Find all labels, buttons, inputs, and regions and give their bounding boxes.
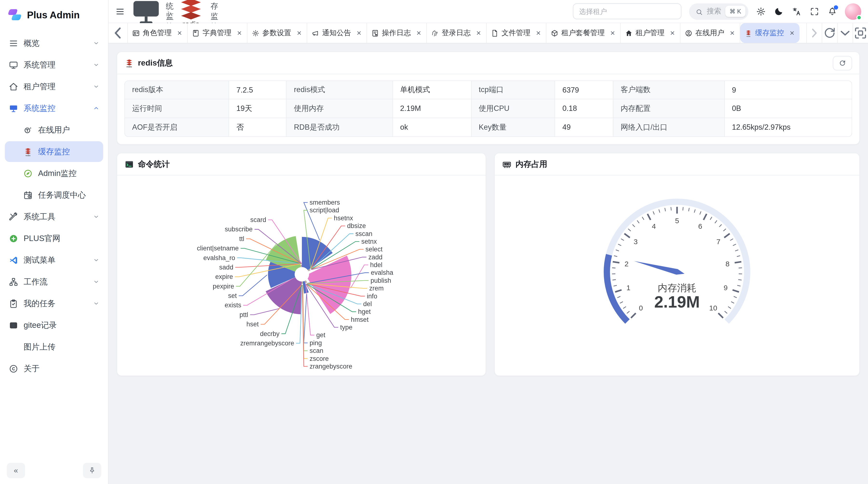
tab-fullscreen-button[interactable] [852,23,868,43]
redis-icon: redis [124,58,134,68]
tab-more-button[interactable] [837,23,852,43]
pie-label-sscan: sscan [355,230,373,237]
info-value: 12.65kps/2.97kps [725,118,852,137]
info-value: 6379 [555,80,613,99]
table-row: AOF是否开启否RDB是否成功okKey数量49网络入口/出口12.65kps/… [124,118,852,137]
sidebar-item-系统监控[interactable]: 系统监控 [5,98,103,119]
chevron-left-icon [108,24,127,42]
gauge-tick-label: 9 [723,284,728,292]
tab-scroll-right-button[interactable] [806,23,822,43]
translate-button[interactable] [792,6,802,16]
hamburger-icon [115,6,125,16]
sitemap-icon [9,277,18,287]
tab-缓存监控[interactable]: redis缓存监控 [740,23,800,43]
pie-label-decrby: decrby [260,330,280,337]
sidebar-item-label: 系统管理 [24,60,56,70]
settings-button[interactable] [756,6,766,16]
tenant-select-input[interactable] [572,3,681,19]
svg-text:redis: redis [26,154,31,156]
pie-label-hget: hget [358,308,371,315]
tab-close-icon[interactable] [356,30,362,36]
info-label: 网络入口/出口 [613,118,725,137]
tab-close-icon[interactable] [789,30,795,36]
chevron-down-icon [93,84,99,90]
pie-label-scan: scan [310,347,323,354]
fullscreen-button[interactable] [810,6,819,16]
tab-角色管理[interactable]: 角色管理 [128,23,188,43]
avatar[interactable] [845,3,861,20]
tab-close-icon[interactable] [177,30,183,36]
pie-label-line [239,275,267,296]
sidebar-item-label: 测试菜单 [24,255,56,265]
pie-label-scard: scard [250,216,266,223]
sidebar-item-gitee记录[interactable]: ¥gitee记录 [5,315,103,335]
fingerprint-icon [431,29,439,37]
gauge-title: 内存消耗 [658,283,696,293]
tools-icon [9,212,18,222]
info-value: 0B [725,99,852,118]
tab-close-icon[interactable] [669,30,676,36]
info-value: 19天 [229,99,287,118]
sidebar-item-关于[interactable]: 关于 [5,358,103,379]
tab-租户管理[interactable]: 租户管理 [621,23,680,43]
tab-close-icon[interactable] [236,30,243,36]
pie-label-pexpire: pexpire [213,283,234,290]
sidebar-item-系统管理[interactable]: 系统管理 [5,55,103,75]
redis-refresh-button[interactable] [833,56,852,70]
tab-字典管理[interactable]: 字典管理 [188,23,247,43]
sidebar-item-label: 我的任务 [24,298,56,309]
tab-操作日志[interactable]: 操作日志 [367,23,427,43]
info-label: 客户端数 [613,80,725,99]
gauge-tick-label: 8 [725,260,730,268]
tab-close-icon[interactable] [535,30,541,36]
app-logo[interactable]: Plus Admin [0,0,108,30]
sidebar-item-任务调度中心[interactable]: 任务调度中心 [5,185,103,205]
tab-close-icon[interactable] [610,30,616,36]
hamburger-menu-icon[interactable] [115,6,125,16]
sidebar-pin-button[interactable] [83,463,101,478]
search-button[interactable]: 搜索 ⌘ K [689,3,748,20]
tab-参数设置[interactable]: 参数设置 [247,23,307,43]
box-icon [551,29,558,37]
sidebar-item-Admin监控[interactable]: Admin监控 [5,163,103,184]
tab-label: 文件管理 [501,28,530,38]
tab-refresh-button[interactable] [822,23,837,43]
tab-label: 操作日志 [382,28,411,38]
search-label: 搜索 [707,7,721,16]
sidebar-item-系统工具[interactable]: 系统工具 [5,206,103,227]
info-value: 7.2.5 [229,80,287,99]
tab-通知公告[interactable]: 通知公告 [307,23,367,43]
gauge-tick-label: 6 [698,222,702,230]
megaphone-icon [311,29,319,37]
info-value: 单机模式 [393,80,472,99]
moon-button[interactable] [774,6,784,16]
sidebar-menu: 概览系统管理租户管理系统监控在线用户redis缓存监控Admin监控任务调度中心… [0,30,108,458]
tab-在线用户[interactable]: 在线用户 [680,23,740,43]
gauge-tick-label: 7 [716,238,720,246]
tab-close-icon[interactable] [296,30,302,36]
chevron-right-icon [807,26,822,40]
sidebar: Plus Admin 概览系统管理租户管理系统监控在线用户redis缓存监控Ad… [0,0,108,484]
sidebar-item-概览[interactable]: 概览 [5,33,103,54]
bell-button[interactable] [828,6,837,16]
sidebar-item-工作流[interactable]: 工作流 [5,271,103,292]
sidebar-item-我的任务[interactable]: 我的任务 [5,293,103,314]
top-header: 系统监控›redis缓存监控 搜索 ⌘ K [108,0,868,23]
info-label: redis模式 [287,80,393,99]
tab-close-icon[interactable] [416,30,422,36]
sidebar-item-缓存监控[interactable]: redis缓存监控 [5,141,103,162]
tab-登录日志[interactable]: 登录日志 [427,23,487,43]
redis-card-title: redis信息 [138,58,173,68]
sidebar-item-在线用户[interactable]: 在线用户 [5,120,103,140]
terminal-icon [124,159,134,169]
tab-scroll-left-button[interactable] [108,23,128,43]
tab-文件管理[interactable]: 文件管理 [487,23,546,43]
tab-租户套餐管理[interactable]: 租户套餐管理 [546,23,621,43]
tab-close-icon[interactable] [729,30,735,36]
sidebar-item-PLUS官网[interactable]: PLUS官网 [5,228,103,249]
sidebar-item-测试菜单[interactable]: 测试菜单 [5,250,103,270]
tab-close-icon[interactable] [475,30,482,36]
sidebar-item-租户管理[interactable]: 租户管理 [5,76,103,97]
sidebar-collapse-button[interactable]: « [7,463,25,478]
sidebar-item-图片上传[interactable]: 图片上传 [5,336,103,357]
